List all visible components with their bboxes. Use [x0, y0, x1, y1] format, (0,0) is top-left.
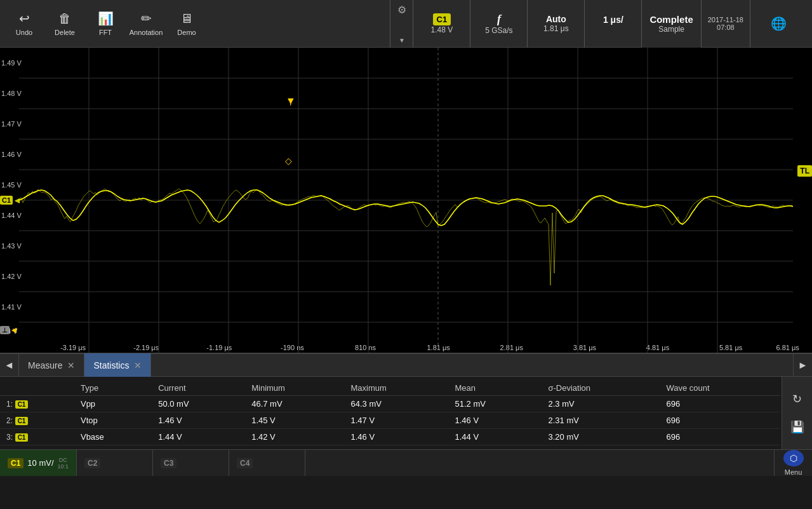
row-wavecount: 696 — [660, 396, 781, 412]
row-maximum: 1.46 V — [344, 429, 448, 445]
channel-block[interactable]: C1 1.48 V — [413, 0, 470, 48]
tl-badge: TL — [797, 165, 812, 177]
statistics-table: Type Current Minimum Maximum Mean σ-Devi… — [0, 381, 780, 445]
sample-rate: 5 GSa/s — [485, 26, 512, 35]
col-header-current: Current — [152, 381, 245, 396]
datetime-line2: 07:08 — [717, 24, 735, 31]
stats-table-area: Type Current Minimum Maximum Mean σ-Devi… — [0, 377, 812, 449]
statistics-tab-close[interactable]: ✕ — [134, 360, 142, 370]
row-minimum: 1.45 V — [245, 412, 344, 429]
fft-label: FFT — [99, 29, 112, 36]
measure-tab-label: Measure — [28, 360, 62, 370]
c1-left-badge: C1 — [0, 196, 13, 205]
trigger-down-arrow: ▼ — [399, 37, 405, 44]
row-mean: 1.46 V — [449, 412, 542, 429]
gear-icon: ⚙ — [397, 4, 406, 16]
trigger-icon-label: f — [497, 13, 501, 26]
annotation-button[interactable]: ✏ Annotation — [127, 3, 165, 44]
statistics-tab-label: Statistics — [93, 360, 129, 370]
row-minimum: 46.7 mV — [245, 396, 344, 412]
col-header-empty — [0, 381, 74, 396]
row-num: 3: C1 — [0, 429, 74, 445]
row-mean: 1.44 V — [449, 429, 542, 445]
col-header-wavecount: Wave count — [660, 381, 781, 396]
col-header-mean: Mean — [449, 381, 542, 396]
row-num: 2: C1 — [0, 412, 74, 429]
trigger-block[interactable]: f 5 GSa/s — [470, 0, 527, 48]
undo-icon: ↩ — [19, 11, 30, 26]
row-mean: 51.2 mV — [449, 396, 542, 412]
row-sigma: 2.31 mV — [542, 412, 660, 429]
datetime-block: 2017-11-18 07:08 — [701, 0, 750, 48]
fft-button[interactable]: 📊 FFT — [86, 3, 124, 44]
trigger-mode-block[interactable]: Auto 1.81 μs — [527, 0, 584, 48]
timebase-block[interactable]: 1 μs/ — [584, 0, 641, 48]
display-area: 1.49 V 1.48 V 1.47 V 1.46 V 1.45 V 1.44 … — [0, 48, 812, 353]
col-header-sigma: σ-Deviation — [542, 381, 660, 396]
table-row: 1: C1 Vpp 50.0 mV 46.7 mV 64.3 mV 51.2 m… — [0, 396, 780, 412]
demo-icon: 🖥 — [180, 11, 193, 26]
demo-label: Demo — [177, 29, 196, 36]
timebase-value: 1 μs/ — [603, 15, 623, 25]
c1-indicator[interactable]: C1 ◄ — [0, 195, 22, 205]
row-wavecount: 696 — [660, 412, 781, 429]
network-icon: 🌐 — [771, 16, 787, 31]
refresh-button[interactable]: ↻ — [786, 388, 809, 411]
row-sigma: 3.20 mV — [542, 429, 660, 445]
row-sigma: 2.3 mV — [542, 396, 660, 412]
menu-icon: ⬡ — [783, 450, 804, 466]
delete-button[interactable]: 🗑 Delete — [46, 3, 84, 44]
menu-button[interactable]: ⬡ Menu — [774, 450, 812, 476]
c1-dc-label: DC 10:1 — [58, 457, 69, 470]
row-current: 1.44 V — [152, 429, 245, 445]
delete-label: Delete — [55, 29, 75, 36]
bottom-tabs: ◄ Measure ✕ Statistics ✕ ► — [0, 353, 812, 377]
status-header: ⚙ ▼ C1 1.48 V f 5 GSa/s Auto 1.81 μs 1 μ… — [390, 0, 807, 48]
undo-button[interactable]: ↩ Undo — [5, 3, 43, 44]
annotation-label: Annotation — [130, 29, 163, 36]
waveform-svg — [19, 48, 793, 353]
toolbar: ↩ Undo 🗑 Delete 📊 FFT ✏ Annotation 🖥 Dem… — [0, 0, 812, 48]
stats-tbody: 1: C1 Vpp 50.0 mV 46.7 mV 64.3 mV 51.2 m… — [0, 396, 780, 445]
table-row: 2: C1 Vtop 1.46 V 1.45 V 1.47 V 1.46 V 2… — [0, 412, 780, 429]
c4-channel-badge: C4 — [237, 458, 253, 468]
channel-voltage: 1.48 V — [431, 25, 453, 34]
delete-icon: 🗑 — [58, 11, 71, 26]
measure-tab-close[interactable]: ✕ — [67, 360, 75, 370]
c1-channel-value: 10 mV/ — [27, 458, 53, 468]
waveform-line — [19, 190, 793, 226]
ground-icon: ⊥ — [0, 326, 10, 334]
gear-settings-button[interactable]: ⚙ ▼ — [390, 0, 413, 48]
undo-label: Undo — [16, 29, 32, 36]
save-button[interactable]: 💾 — [786, 416, 809, 438]
ground-indicator[interactable]: ⊥ ◄ — [0, 325, 18, 335]
c3-channel-badge: C3 — [161, 458, 176, 468]
demo-button[interactable]: 🖥 Demo — [168, 3, 206, 44]
tab-scroll-right[interactable]: ► — [793, 353, 812, 377]
row-maximum: 64.3 mV — [344, 396, 448, 412]
channel-c4-selector[interactable]: C4 — [229, 450, 305, 476]
annotation-icon: ✏ — [141, 11, 152, 26]
sample-label: Sample — [658, 25, 684, 34]
time-offset: 1.81 μs — [543, 24, 569, 33]
bottom-bar: C1 10 mV/ DC 10:1 C2 C3 C4 ⬡ Menu — [0, 449, 812, 476]
c1-dc: DC — [59, 457, 67, 463]
row-type: Vpp — [74, 396, 152, 412]
status-complete-block[interactable]: Complete Sample — [641, 0, 700, 48]
table-row: 3: C1 Vbase 1.44 V 1.42 V 1.46 V 1.44 V … — [0, 429, 780, 445]
col-header-type: Type — [74, 381, 152, 396]
network-icon-block: 🌐 — [750, 0, 807, 48]
status-complete-label: Complete — [649, 14, 693, 25]
row-num: 1: C1 — [0, 396, 74, 412]
col-header-maximum: Maximum — [344, 381, 448, 396]
channel-c2-selector[interactable]: C2 — [77, 450, 153, 476]
measure-tab[interactable]: Measure ✕ — [19, 353, 84, 377]
channel-c1-selector[interactable]: C1 10 mV/ DC 10:1 — [0, 450, 77, 476]
row-current: 1.46 V — [152, 412, 245, 429]
fft-icon: 📊 — [98, 11, 114, 26]
row-wavecount: 696 — [660, 429, 781, 445]
channel-c3-selector[interactable]: C3 — [153, 450, 229, 476]
channel-c1-badge: C1 — [433, 13, 451, 25]
tab-scroll-left[interactable]: ◄ — [0, 353, 19, 377]
statistics-tab[interactable]: Statistics ✕ — [84, 353, 151, 377]
